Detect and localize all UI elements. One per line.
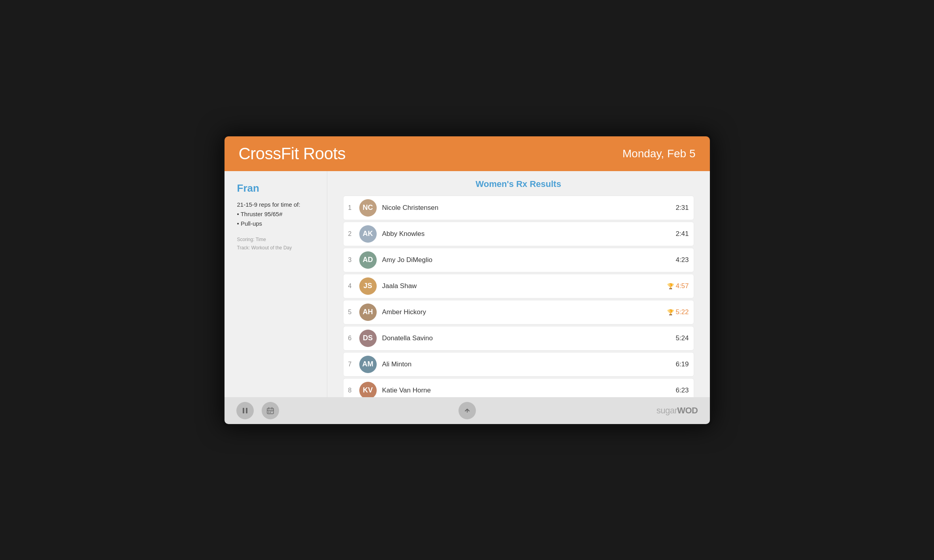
svg-rect-0 [243,408,244,413]
athlete-name: Donatella Savino [382,334,665,342]
result-row: 6DSDonatella Savino5:24 [343,326,694,351]
athlete-rank: 5 [348,309,359,316]
trophy-icon: 🏆 [667,309,674,315]
gym-name: CrossFit Roots [239,144,346,163]
athlete-avatar: AK [359,225,377,243]
svg-rect-1 [246,408,247,413]
trophy-icon: 🏆 [667,283,674,289]
athlete-name: Katie Van Horne [382,387,665,394]
brand-logo: sugarWOD [657,405,698,415]
result-row: 5AHAmber Hickory🏆5:22 [343,300,694,324]
athlete-rank: 6 [348,335,359,342]
header-date: Monday, Feb 5 [623,147,696,160]
main-content: Fran 21-15-9 reps for time of: • Thruste… [225,171,710,397]
bottom-bar: sugarWOD [225,397,710,424]
athlete-score: 6:23 [665,387,689,394]
right-panel: Women's Rx Results 1NCNicole Christensen… [327,171,710,397]
brand-sugar: sugar [657,405,677,415]
athlete-score: 5:24 [665,334,689,342]
athlete-avatar: AH [359,304,377,321]
calendar-button[interactable] [262,402,279,419]
athlete-avatar: NC [359,199,377,217]
athlete-rank: 4 [348,283,359,290]
result-row: 4JSJaala Shaw🏆4:57 [343,274,694,298]
athlete-avatar: AM [359,356,377,373]
screen-wrapper: CrossFit Roots Monday, Feb 5 Fran 21-15-… [222,134,712,426]
result-row: 7AMAli Minton6:19 [343,352,694,377]
athlete-score: 2:41 [665,230,689,238]
brand-logo-area: sugarWOD [657,405,698,416]
svg-rect-7 [270,411,271,412]
result-row: 2AKAbby Knowles2:41 [343,222,694,246]
results-title: Women's Rx Results [343,179,694,189]
bottom-center [459,402,476,419]
result-row: 1NCNicole Christensen2:31 [343,196,694,220]
athlete-name: Nicole Christensen [382,204,665,212]
svg-rect-10 [270,412,271,413]
athlete-name: Ali Minton [382,360,665,368]
athlete-rank: 8 [348,387,359,394]
svg-rect-6 [268,411,269,412]
athlete-rank: 7 [348,361,359,368]
athlete-score: 🏆4:57 [665,282,689,290]
bottom-left-controls [236,402,279,419]
athlete-name: Amy Jo DiMeglio [382,256,665,264]
scoring-label: Scoring: Time [237,236,314,244]
athlete-avatar: KV [359,382,377,397]
svg-rect-9 [268,412,269,413]
athlete-rank: 3 [348,256,359,264]
results-list: 1NCNicole Christensen2:312AKAbby Knowles… [343,196,694,397]
athlete-rank: 2 [348,230,359,238]
athlete-avatar: DS [359,330,377,347]
workout-description: 21-15-9 reps for time of: • Thruster 95/… [237,200,314,228]
athlete-avatar: JS [359,277,377,295]
workout-name: Fran [237,182,314,194]
header: CrossFit Roots Monday, Feb 5 [225,136,710,171]
athlete-avatar: AD [359,251,377,269]
pause-button[interactable] [236,402,254,419]
track-label: Track: Workout of the Day [237,244,314,253]
svg-rect-8 [272,411,272,412]
athlete-score: 2:31 [665,204,689,212]
workout-meta: Scoring: Time Track: Workout of the Day [237,236,314,253]
result-row: 3ADAmy Jo DiMeglio4:23 [343,248,694,272]
left-panel: Fran 21-15-9 reps for time of: • Thruste… [225,171,327,397]
athlete-rank: 1 [348,204,359,211]
athlete-score: 6:19 [665,360,689,368]
brand-wod: WOD [677,405,698,415]
up-button[interactable] [459,402,476,419]
athlete-name: Amber Hickory [382,308,665,316]
athlete-name: Jaala Shaw [382,282,665,290]
result-row: 8KVKatie Van Horne6:23 [343,378,694,397]
athlete-name: Abby Knowles [382,230,665,238]
athlete-score: 4:23 [665,256,689,264]
athlete-score: 🏆5:22 [665,308,689,316]
